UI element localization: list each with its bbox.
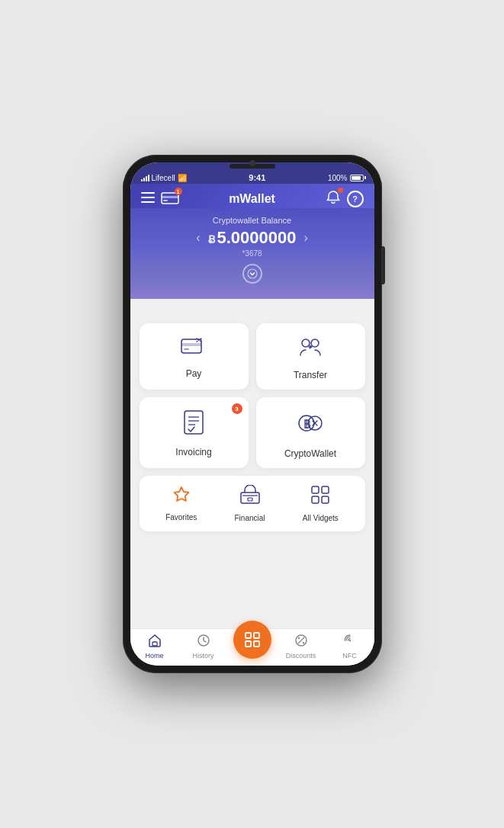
balance-symbol: Ƀ	[208, 233, 216, 246]
financial-button[interactable]: Financial	[235, 485, 265, 522]
svg-rect-31	[254, 641, 259, 647]
cryptowallet-icon	[297, 409, 324, 442]
pay-label: Pay	[186, 368, 202, 379]
svg-point-34	[297, 637, 299, 639]
balance-amount: Ƀ5.0000000	[208, 228, 297, 248]
phone-frame: Lifecell 📶 9:41 100%	[123, 155, 382, 673]
widget-row: Favorites Financial	[140, 476, 365, 531]
svg-rect-21	[248, 498, 252, 501]
history-icon	[197, 634, 210, 650]
svg-rect-24	[312, 496, 319, 503]
home-icon	[148, 634, 162, 650]
svg-rect-25	[322, 496, 329, 503]
carrier-name: Lifecell	[152, 174, 175, 182]
wifi-icon: 📶	[178, 174, 187, 182]
svg-rect-9	[184, 348, 189, 350]
svg-rect-30	[246, 641, 251, 647]
svg-rect-1	[141, 197, 155, 198]
svg-rect-8	[181, 343, 201, 346]
svg-point-35	[302, 642, 303, 643]
cards-button[interactable]: 1	[161, 191, 179, 207]
nfc-label: NFC	[342, 652, 357, 660]
svg-rect-2	[141, 201, 155, 203]
action-grid: Pay Transfer 3	[140, 323, 365, 468]
status-left: Lifecell 📶	[141, 174, 187, 182]
all-vidgets-icon	[310, 485, 330, 509]
history-label: History	[192, 652, 213, 660]
svg-rect-28	[246, 633, 251, 638]
help-button[interactable]: ?	[347, 191, 364, 207]
transfer-icon	[297, 335, 324, 364]
status-right: 100%	[328, 174, 364, 182]
battery-percent: 100%	[328, 174, 348, 182]
header-left: 1	[141, 191, 179, 207]
balance-section: Cryptowallet Balance ‹ Ƀ5.0000000 › *367…	[130, 208, 374, 299]
cryptowallet-button[interactable]: CryptoWallet	[256, 397, 365, 468]
scan-button[interactable]	[233, 621, 271, 659]
financial-label: Financial	[235, 514, 265, 522]
phone-screen: Lifecell 📶 9:41 100%	[130, 162, 374, 666]
notifications-button[interactable]	[326, 190, 341, 208]
header-right: ?	[326, 190, 364, 208]
next-wallet-button[interactable]: ›	[297, 231, 316, 245]
svg-point-10	[302, 339, 310, 347]
all-vidgets-label: All Vidgets	[303, 514, 339, 522]
svg-point-6	[248, 269, 257, 278]
svg-rect-5	[163, 200, 168, 201]
favorites-label: Favorites	[165, 513, 197, 522]
notification-badge	[338, 188, 343, 193]
financial-icon	[239, 485, 261, 509]
pay-icon	[180, 335, 207, 362]
nav-discounts[interactable]: Discounts	[282, 634, 320, 660]
discounts-icon	[294, 634, 308, 650]
nav-nfc[interactable]: NFC	[331, 634, 369, 660]
svg-rect-12	[185, 411, 203, 434]
balance-label: Cryptowallet Balance	[141, 216, 364, 225]
app-title: mWallet	[229, 192, 275, 206]
svg-point-11	[311, 339, 319, 347]
nav-history[interactable]: History	[185, 634, 223, 660]
discounts-label: Discounts	[286, 652, 316, 660]
svg-rect-26	[152, 642, 157, 646]
account-number: *3678	[141, 249, 364, 258]
prev-wallet-button[interactable]: ‹	[188, 231, 207, 245]
favorites-icon	[172, 486, 191, 509]
camera	[249, 160, 255, 166]
favorites-button[interactable]: Favorites	[165, 486, 197, 522]
svg-rect-29	[254, 633, 259, 638]
battery-icon	[350, 175, 364, 181]
cryptowallet-label: CryptoWallet	[284, 448, 336, 459]
balance-row: ‹ Ƀ5.0000000 ›	[141, 228, 364, 248]
app-header: 1 mWallet ?	[130, 184, 374, 208]
bottom-nav: Home History	[130, 628, 374, 666]
home-label: Home	[145, 652, 163, 660]
svg-point-36	[348, 640, 350, 641]
invoicing-button[interactable]: 3 Invoicing	[140, 397, 249, 468]
collapse-button[interactable]	[242, 264, 262, 284]
svg-rect-0	[141, 192, 155, 194]
transfer-button[interactable]: Transfer	[256, 323, 365, 390]
invoicing-icon	[183, 409, 204, 441]
signal-icon	[141, 175, 149, 181]
nfc-icon	[343, 634, 357, 650]
svg-rect-23	[322, 486, 329, 493]
volume-button	[382, 246, 385, 284]
status-time: 9:41	[249, 173, 265, 182]
transfer-label: Transfer	[294, 370, 327, 380]
wave-divider	[130, 299, 374, 314]
all-vidgets-button[interactable]: All Vidgets	[303, 485, 339, 522]
pay-button[interactable]: Pay	[140, 323, 249, 390]
nav-home[interactable]: Home	[136, 634, 174, 660]
svg-rect-22	[312, 486, 319, 493]
menu-button[interactable]	[141, 192, 155, 206]
card-badge: 1	[175, 188, 182, 195]
invoicing-label: Invoicing	[175, 447, 211, 457]
main-content: Pay Transfer 3	[130, 314, 374, 628]
svg-rect-4	[162, 196, 178, 198]
invoicing-badge: 3	[232, 403, 242, 414]
